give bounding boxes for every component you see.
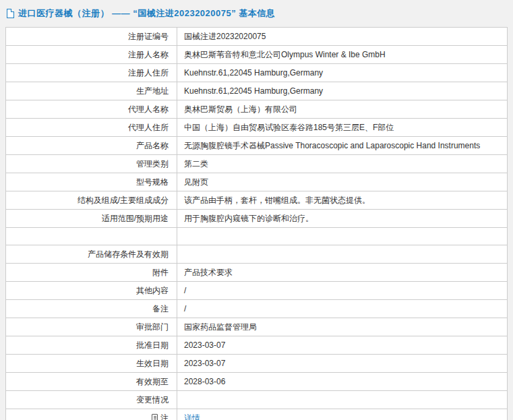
row-value: Kuehnstr.61,22045 Hamburg,Germany <box>177 64 507 82</box>
info-table: 注册证编号国械注进20232020075注册人名称奥林巴斯苇音特和意北公司Oly… <box>5 27 508 420</box>
table-row: 型号规格见附页 <box>6 173 507 191</box>
row-label: 生产地址 <box>6 82 177 100</box>
row-value: 第二类 <box>177 155 507 173</box>
table-row: 注详情 <box>6 409 507 420</box>
table-row: 审批部门国家药品监督管理局 <box>6 318 507 336</box>
document-icon <box>7 9 14 18</box>
row-label: 代理人住所 <box>6 119 177 136</box>
row-label: 附件 <box>6 264 177 281</box>
page-title: 进口医疗器械（注册） —— “国械注进20232020075” 基本信息 <box>18 7 275 20</box>
table-row: 结构及组成/主要组成成分该产品由手柄，套杆，钳嘴组成。非无菌状态提供。 <box>6 191 507 210</box>
row-label: 变更情况 <box>6 391 177 409</box>
row-value <box>177 245 507 263</box>
table-row: 注册人住所Kuehnstr.61,22045 Hamburg,Germany <box>6 64 507 82</box>
row-value: 产品技术要求 <box>177 264 507 281</box>
table-row: 生产地址Kuehnstr.61,22045 Hamburg,Germany <box>6 82 507 100</box>
row-value: 国家药品监督管理局 <box>177 318 507 336</box>
row-label: 其他内容 <box>6 282 177 299</box>
row-value: 国械注进20232020075 <box>177 28 507 45</box>
row-label: 型号规格 <box>6 173 177 191</box>
row-value: Kuehnstr.61,22045 Hamburg,Germany <box>177 82 507 100</box>
table-row: 附件产品技术要求 <box>6 264 507 282</box>
row-label: 注册证编号 <box>6 28 177 45</box>
table-row: 产品名称无源胸腹腔镜手术器械Passive Thoracoscopic and … <box>6 137 507 155</box>
table-row: 其他内容/ <box>6 282 507 300</box>
table-row: 适用范围/预期用途用于胸腹腔内窥镜下的诊断和治疗。 <box>6 210 507 228</box>
row-label-text: 注 <box>160 413 169 420</box>
table-row: 变更情况 <box>6 391 507 409</box>
page-header: 进口医疗器械（注册） —— “国械注进20232020075” 基本信息 <box>0 0 513 27</box>
row-label: 注册人名称 <box>6 46 177 63</box>
row-value <box>177 391 507 409</box>
table-row: 注册证编号国械注进20232020075 <box>6 28 507 46</box>
table-row: 有效期至2028-03-06 <box>6 373 507 391</box>
row-label: 批准日期 <box>6 336 177 354</box>
details-link[interactable]: 详情 <box>184 413 200 420</box>
row-label: 审批部门 <box>6 318 177 336</box>
row-label: 结构及组成/主要组成成分 <box>6 191 177 209</box>
table-row: 管理类别第二类 <box>6 155 507 173</box>
table-row: 注册人名称奥林巴斯苇音特和意北公司Olympus Winter & Ibe Gm… <box>6 46 507 64</box>
row-label: 管理类别 <box>6 155 177 173</box>
row-value: 2028-03-06 <box>177 373 507 390</box>
table-row: 产品储存条件及有效期 <box>6 245 507 264</box>
table-row <box>6 228 507 245</box>
row-value: 中国（上海）自由贸易试验区泰谷路185号第三层E、F部位 <box>177 119 507 136</box>
row-value: / <box>177 300 507 318</box>
row-value: 2023-03-07 <box>177 355 507 372</box>
row-label: 适用范围/预期用途 <box>6 210 177 227</box>
row-value: 见附页 <box>177 173 507 191</box>
row-value <box>177 228 507 245</box>
row-value: 无源胸腹腔镜手术器械Passive Thoracoscopic and Lapa… <box>177 137 507 154</box>
row-value: 详情 <box>177 409 507 420</box>
row-label: 备注 <box>6 300 177 318</box>
row-value: 该产品由手柄，套杆，钳嘴组成。非无菌状态提供。 <box>177 191 507 209</box>
table-row: 备注/ <box>6 300 507 318</box>
row-label: 有效期至 <box>6 373 177 390</box>
row-label <box>6 228 177 245</box>
row-value: 2023-03-07 <box>177 336 507 354</box>
row-value: / <box>177 282 507 299</box>
table-row: 代理人住所中国（上海）自由贸易试验区泰谷路185号第三层E、F部位 <box>6 119 507 137</box>
row-label: 注册人住所 <box>6 64 177 82</box>
note-icon <box>152 414 158 420</box>
table-row: 生效日期2023-03-07 <box>6 355 507 373</box>
row-value: 用于胸腹腔内窥镜下的诊断和治疗。 <box>177 210 507 227</box>
row-value: 奥林巴斯贸易（上海）有限公司 <box>177 100 507 118</box>
row-label: 产品名称 <box>6 137 177 154</box>
table-row: 代理人名称奥林巴斯贸易（上海）有限公司 <box>6 100 507 119</box>
row-label: 代理人名称 <box>6 100 177 118</box>
row-value: 奥林巴斯苇音特和意北公司Olympus Winter & Ibe GmbH <box>177 46 507 63</box>
row-label: 生效日期 <box>6 355 177 372</box>
row-label: 注 <box>6 409 177 420</box>
row-label: 产品储存条件及有效期 <box>6 245 177 263</box>
table-row: 批准日期2023-03-07 <box>6 336 507 355</box>
